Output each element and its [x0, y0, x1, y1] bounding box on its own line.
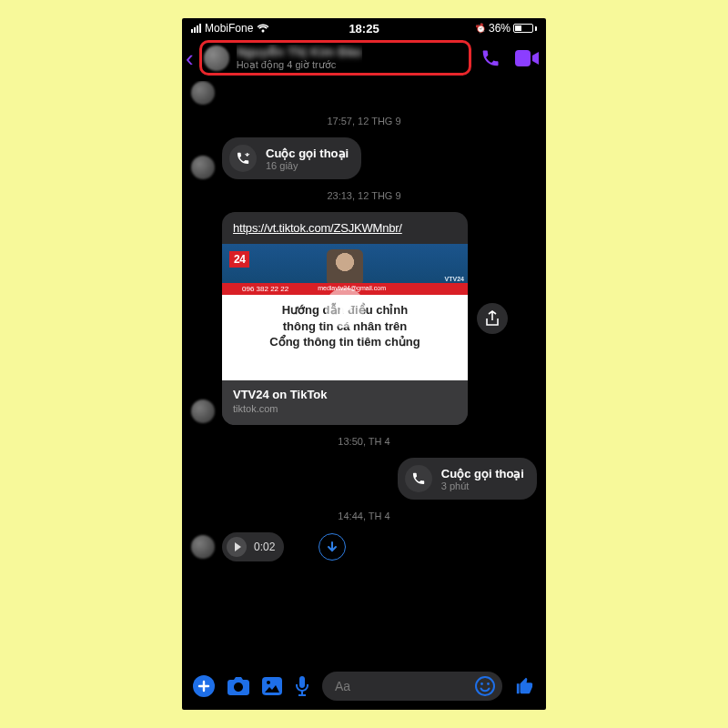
microphone-button[interactable] [295, 676, 309, 696]
headline-line: Cổng thông tin tiêm chủng [231, 334, 459, 350]
alarm-icon: ⏰ [475, 22, 488, 34]
add-button[interactable] [193, 675, 215, 697]
timestamp-separator: 23:13, 12 THG 9 [191, 185, 537, 207]
call-duration: 3 phút [441, 480, 524, 491]
activity-status: Hoạt động 4 giờ trước [237, 59, 362, 71]
chat-scroll[interactable]: 17:57, 12 THG 9 Cuộc gọi thoại 16 giây 2… [182, 81, 546, 664]
wifi-icon [257, 24, 269, 33]
avatar [204, 46, 229, 71]
phone-callback-icon [405, 465, 432, 492]
avatar [191, 81, 215, 105]
gallery-button[interactable] [262, 677, 282, 695]
watermark: VTV24 [445, 276, 464, 282]
signal-icon [191, 24, 201, 33]
contact-name: Nguyễn Thị Kim Đào [237, 45, 362, 59]
svg-point-2 [267, 681, 270, 684]
svg-point-3 [476, 677, 494, 695]
play-icon [325, 288, 365, 328]
voice-message[interactable]: 0:02 [222, 532, 284, 561]
composer-bar: Aa [182, 664, 546, 710]
link-preview-card[interactable]: https://vt.tiktok.com/ZSJKWMnbr/ 24 VTV2… [222, 212, 468, 425]
camera-button[interactable] [228, 677, 249, 695]
call-duration: 16 giây [266, 160, 349, 171]
svg-point-5 [487, 682, 490, 685]
message-row: Cuộc gọi thoại 16 giây [191, 137, 537, 179]
channel-badge: 24 [229, 251, 249, 268]
emoji-button[interactable] [475, 676, 495, 696]
link-url[interactable]: https://vt.tiktok.com/ZSJKWMnbr/ [222, 212, 468, 244]
timestamp-separator: 14:44, TH 4 [191, 505, 537, 527]
link-domain: tiktok.com [233, 403, 457, 414]
status-left: MobiFone [191, 22, 269, 35]
call-title: Cuộc gọi thoại [266, 147, 349, 160]
input-placeholder: Aa [335, 679, 350, 693]
carrier-label: MobiFone [205, 22, 253, 35]
download-button[interactable] [318, 533, 346, 561]
chat-header: ‹ Nguyễn Thị Kim Đào Hoạt động 4 giờ trư… [182, 36, 546, 81]
play-icon[interactable] [227, 537, 247, 557]
clock: 18:25 [349, 22, 379, 35]
link-thumbnail[interactable]: 24 VTV24 096 382 22 22 mediavtv24@gmail.… [222, 244, 468, 380]
phone-callback-icon [229, 145, 257, 172]
link-title: VTV24 on TikTok [233, 388, 457, 401]
message-row: https://vt.tiktok.com/ZSJKWMnbr/ 24 VTV2… [191, 212, 537, 425]
avatar [191, 399, 215, 423]
svg-rect-0 [515, 50, 531, 66]
svg-point-4 [480, 682, 483, 685]
timestamp-separator: 17:57, 12 THG 9 [191, 110, 537, 132]
voice-duration: 0:02 [254, 541, 275, 553]
call-card-outgoing[interactable]: Cuộc gọi thoại 3 phút [398, 458, 537, 500]
call-title: Cuộc gọi thoại [441, 467, 524, 480]
message-row: Cuộc gọi thoại 3 phút [191, 458, 537, 500]
call-card-incoming[interactable]: Cuộc gọi thoại 16 giây [222, 137, 361, 179]
battery-icon [513, 24, 537, 33]
audio-call-button[interactable] [480, 48, 500, 68]
share-button[interactable] [477, 303, 508, 334]
status-right: ⏰ 36% [476, 22, 537, 35]
avatar [191, 156, 215, 179]
strip-phone: 096 382 22 22 [242, 285, 288, 293]
avatar [191, 535, 215, 559]
back-button[interactable]: ‹ [186, 46, 196, 70]
timestamp-separator: 13:50, TH 4 [191, 430, 537, 452]
video-call-button[interactable] [515, 50, 539, 66]
like-button[interactable] [515, 676, 535, 696]
phone-frame: MobiFone 18:25 ⏰ 36% ‹ Nguyễn Thị Kim Đà… [182, 18, 546, 710]
battery-percent: 36% [489, 22, 511, 35]
status-bar: MobiFone 18:25 ⏰ 36% [182, 18, 546, 36]
contact-header-highlight[interactable]: Nguyễn Thị Kim Đào Hoạt động 4 giờ trước [199, 40, 471, 76]
message-input[interactable]: Aa [322, 672, 502, 701]
message-row: 0:02 [191, 532, 537, 561]
